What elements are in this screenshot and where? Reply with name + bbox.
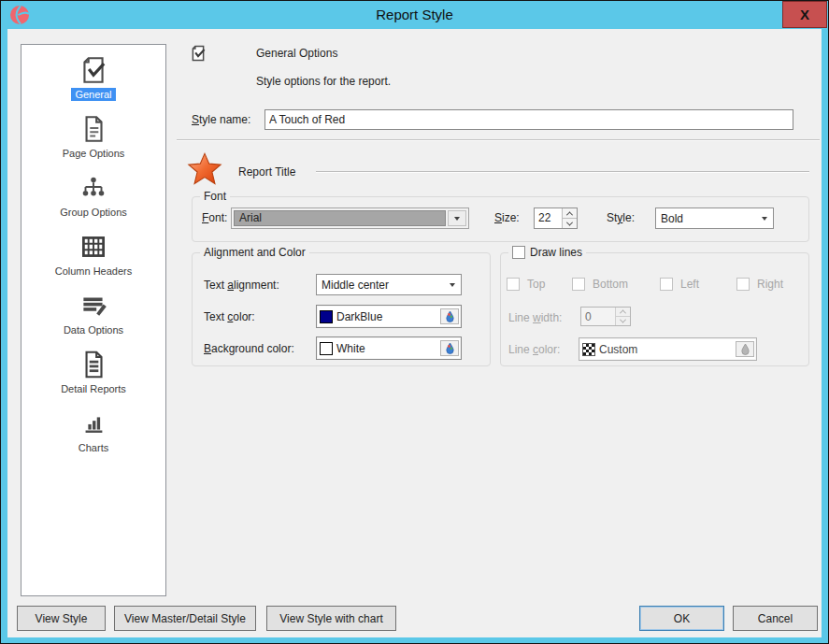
style-name-input[interactable] [264,109,793,130]
line-color-label: Line color: [508,343,560,356]
top-checkbox-item[interactable]: Top [507,278,545,291]
spinner-down-button [616,317,630,325]
general-icon [78,54,109,86]
draw-lines-label: Draw lines [530,246,582,259]
bottom-checkbox-item[interactable]: Bottom [572,278,628,291]
titlebar[interactable]: Report Style X [1,1,828,29]
alignment-group-title: Alignment and Color [200,246,309,259]
view-master-detail-style-button[interactable]: View Master/Detail Style [114,606,256,631]
font-select[interactable]: Arial [231,208,469,229]
size-spinner[interactable]: 22 [534,208,578,229]
style-name-label: Style name: [192,113,250,126]
close-button[interactable]: X [782,1,827,28]
view-style-with-chart-button[interactable]: View Style with chart [266,606,396,631]
sidebar-item-charts[interactable]: Charts [75,408,112,454]
report-document-icon [78,349,109,380]
font-group: Font Font: Arial Size: 22 Style: Bold [192,196,809,242]
category-sidebar: General Page Options [21,44,166,596]
draw-lines-checkbox[interactable] [512,246,525,259]
right-label: Right [757,278,783,291]
font-select-value: Arial [234,210,446,226]
cancel-button[interactable]: Cancel [733,606,818,631]
bottom-checkbox[interactable] [572,278,585,291]
lines-pencil-icon [78,290,109,322]
sidebar-item-label: Column Headers [51,265,136,278]
star-icon [187,151,222,187]
sidebar-item-detail-reports[interactable]: Detail Reports [57,349,130,395]
page-title: General Options [256,47,337,60]
sidebar-item-label: Group Options [56,206,131,219]
font-group-title: Font [200,190,230,203]
line-color-picker: Custom [579,337,757,361]
right-checkbox[interactable] [736,278,750,291]
line-width-spinner: 0 [580,307,631,326]
text-alignment-label: Text alignment: [204,279,279,292]
report-title-rule [316,171,809,173]
top-checkbox[interactable] [507,278,520,291]
draw-lines-title: Draw lines [508,246,586,259]
color-dropper-button[interactable] [440,340,459,356]
line-width-label: Line width: [508,311,562,324]
general-options-icon [189,44,207,63]
font-style-value: Bold [656,212,762,225]
spinner-down-button[interactable] [563,219,577,228]
size-value: 22 [535,208,562,228]
page-icon [78,113,109,145]
sidebar-item-data-options[interactable]: Data Options [60,290,127,336]
spinner-up-button[interactable] [563,208,577,219]
table-grid-icon [78,231,109,263]
window-title: Report Style [1,1,828,29]
font-label: Font: [202,211,227,224]
line-color-value: Custom [599,343,736,356]
alignment-color-group: Alignment and Color Text alignment: Midd… [192,252,491,366]
chevron-down-icon[interactable] [448,210,466,226]
color-dropper-button[interactable] [440,308,459,324]
report-style-dialog: Report Style X General [0,0,829,644]
left-checkbox-item[interactable]: Left [660,278,699,291]
spinner-up-button [616,308,630,317]
sidebar-item-page-options[interactable]: Page Options [59,113,129,160]
background-color-picker[interactable]: White [316,336,462,360]
chevron-down-icon [450,283,455,287]
chevron-down-icon [762,217,767,221]
report-title-heading: Report Title [238,165,295,179]
sidebar-item-label: Data Options [60,323,127,336]
text-alignment-select[interactable]: Middle center [316,274,462,295]
org-chart-icon [78,172,109,204]
sidebar-item-general[interactable]: General [71,54,115,101]
color-swatch [320,310,333,323]
color-swatch [582,343,595,356]
right-checkbox-item[interactable]: Right [736,278,783,291]
sidebar-item-label: Detail Reports [57,382,130,395]
dialog-client-area: General Page Options [7,29,822,637]
color-dropper-button [736,341,754,357]
sidebar-item-label: Page Options [59,147,129,160]
background-color-value: White [336,342,440,355]
view-style-button[interactable]: View Style [17,606,106,631]
text-alignment-value: Middle center [317,279,450,292]
page-subtitle: Style options for the report. [256,75,391,88]
size-label: Size: [494,211,520,224]
font-style-select[interactable]: Bold [655,208,774,229]
top-label: Top [527,278,545,291]
text-color-value: DarkBlue [336,310,440,323]
sidebar-item-label: Charts [75,441,112,454]
text-color-picker[interactable]: DarkBlue [316,305,462,328]
bar-chart-icon [78,408,109,439]
left-checkbox[interactable] [660,278,673,291]
draw-lines-group: Draw lines Top Bottom Left Right Line wi… [500,252,809,366]
style-label: Style: [607,211,635,224]
sidebar-item-label: General [71,88,115,101]
background-color-label: Background color: [204,342,294,355]
sidebar-item-group-options[interactable]: Group Options [56,172,131,219]
ok-button[interactable]: OK [639,606,724,631]
left-label: Left [680,278,699,291]
text-color-label: Text color: [204,310,255,323]
line-width-value: 0 [581,308,615,325]
color-swatch [320,342,333,355]
sidebar-item-column-headers[interactable]: Column Headers [51,231,136,278]
section-separator [177,139,820,141]
bottom-label: Bottom [593,278,628,291]
